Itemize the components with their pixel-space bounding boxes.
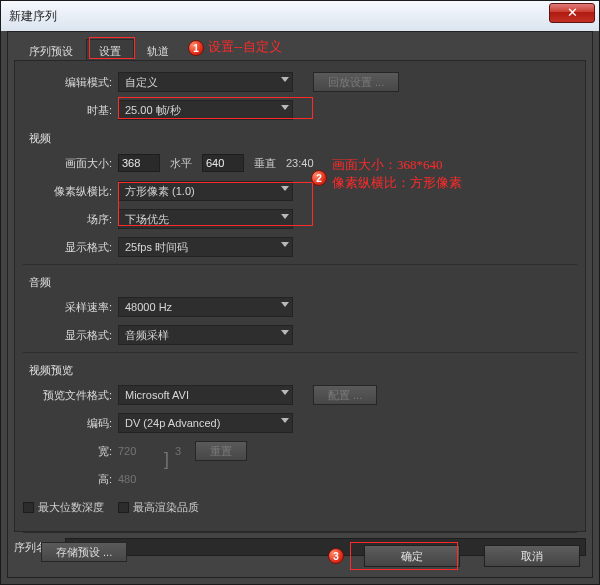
- select-par[interactable]: 方形像素 (1.0): [118, 181, 293, 201]
- tab-tracks[interactable]: 轨道: [134, 39, 182, 61]
- chevron-down-icon: [281, 390, 289, 395]
- preview-width: 720: [118, 445, 158, 457]
- select-editmode-value: 自定义: [125, 75, 158, 90]
- label-framesize: 画面大小:: [23, 156, 118, 171]
- save-preset-button[interactable]: 存储预设 ...: [41, 542, 127, 562]
- annotation-2b: 像素纵横比：方形像素: [332, 174, 462, 192]
- label-par: 像素纵横比:: [23, 184, 118, 199]
- select-sample-value: 48000 Hz: [125, 301, 172, 313]
- preview-height: 480: [118, 473, 136, 485]
- label-fields: 场序:: [23, 212, 118, 227]
- select-fields[interactable]: 下场优先: [118, 209, 293, 229]
- chevron-down-icon: [281, 302, 289, 307]
- select-codec-value: DV (24p Advanced): [125, 417, 220, 429]
- label-sample: 采样速率:: [23, 300, 118, 315]
- ok-button[interactable]: 确定: [364, 545, 460, 567]
- label-maxbit: 最大位数深度: [38, 500, 104, 515]
- playback-button: 回放设置 ...: [313, 72, 399, 92]
- chevron-down-icon: [281, 242, 289, 247]
- window-title: 新建序列: [9, 8, 591, 25]
- titlebar: 新建序列 ✕: [1, 1, 599, 31]
- select-dispa[interactable]: 音频采样: [118, 325, 293, 345]
- select-par-value: 方形像素 (1.0): [125, 184, 195, 199]
- tabs: 序列预设 设置 轨道: [16, 38, 586, 60]
- select-dispa-value: 音频采样: [125, 328, 169, 343]
- select-codec[interactable]: DV (24p Advanced): [118, 413, 293, 433]
- select-fields-value: 下场优先: [125, 212, 169, 227]
- link-indicator: 3: [175, 445, 181, 457]
- chevron-down-icon: [281, 330, 289, 335]
- checkbox-maxbit[interactable]: [23, 502, 34, 513]
- select-prevfmt-value: Microsoft AVI: [125, 389, 189, 401]
- chevron-down-icon: [281, 77, 289, 82]
- label-dispa: 显示格式:: [23, 328, 118, 343]
- section-audio: 音频: [29, 275, 577, 290]
- badge-1: 1: [188, 40, 204, 56]
- input-height[interactable]: [202, 154, 244, 172]
- label-pw: 宽:: [23, 444, 118, 459]
- select-timebase-value: 25.00 帧/秒: [125, 103, 181, 118]
- section-preview: 视频预览: [29, 363, 577, 378]
- label-editmode: 编辑模式:: [23, 75, 118, 90]
- select-timebase[interactable]: 25.00 帧/秒: [118, 100, 293, 120]
- chevron-down-icon: [281, 186, 289, 191]
- annotation-1: 设置--自定义: [208, 38, 282, 56]
- badge-2: 2: [311, 170, 327, 186]
- cancel-button[interactable]: 取消: [484, 545, 580, 567]
- select-dispv-value: 25fps 时间码: [125, 240, 188, 255]
- close-button[interactable]: ✕: [549, 3, 595, 23]
- select-dispv[interactable]: 25fps 时间码: [118, 237, 293, 257]
- aspect-readout: 23:40: [286, 157, 314, 169]
- section-video: 视频: [29, 131, 577, 146]
- chevron-down-icon: [281, 214, 289, 219]
- label-prevfmt: 预览文件格式:: [23, 388, 118, 403]
- label-timebase: 时基:: [23, 103, 118, 118]
- select-editmode[interactable]: 自定义: [118, 72, 293, 92]
- tab-presets[interactable]: 序列预设: [16, 39, 86, 61]
- checkbox-maxrender[interactable]: [118, 502, 129, 513]
- chevron-down-icon: [281, 105, 289, 110]
- tab-settings[interactable]: 设置: [86, 39, 134, 61]
- label-vert: 垂直: [254, 156, 276, 171]
- label-codec: 编码:: [23, 416, 118, 431]
- select-sample[interactable]: 48000 Hz: [118, 297, 293, 317]
- annotation-2a: 画面大小：368*640: [332, 156, 443, 174]
- chevron-down-icon: [281, 418, 289, 423]
- label-horiz: 水平: [170, 156, 192, 171]
- reset-dims-button: 重置: [195, 441, 247, 461]
- preview-config-button: 配置 ...: [313, 385, 377, 405]
- settings-panel: 编辑模式: 自定义 回放设置 ... 时基: 25.00 帧/秒 视频 画面大小…: [14, 60, 586, 532]
- label-maxrender: 最高渲染品质: [133, 500, 199, 515]
- label-dispv: 显示格式:: [23, 240, 118, 255]
- select-prevfmt[interactable]: Microsoft AVI: [118, 385, 293, 405]
- badge-3: 3: [328, 548, 344, 564]
- input-width[interactable]: [118, 154, 160, 172]
- link-icon: ]: [164, 449, 169, 470]
- label-ph: 高:: [23, 472, 118, 487]
